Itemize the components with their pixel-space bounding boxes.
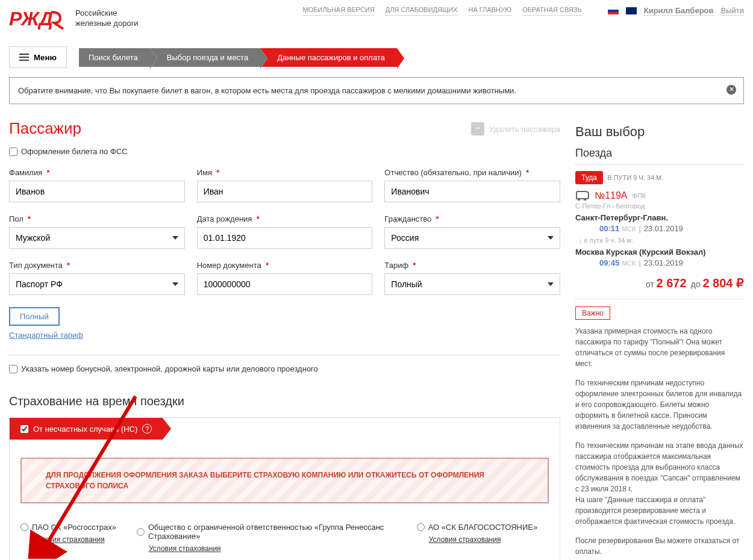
help-icon[interactable]: ?	[142, 424, 152, 434]
menu-label: Меню	[34, 53, 57, 62]
insurance-accident-checkbox[interactable]	[20, 425, 28, 433]
birthdate-input[interactable]	[197, 227, 373, 249]
tariff-standard-link[interactable]: Стандартный тариф	[9, 331, 560, 340]
insurance-blago[interactable]: АО «СК БЛАГОСОСТОЯНИЕ»	[417, 523, 549, 532]
nav-home[interactable]: НА ГЛАВНУЮ	[469, 6, 512, 16]
train-icon	[575, 190, 590, 201]
minus-icon: −	[471, 122, 484, 135]
citizenship-label: Гражданство *	[384, 214, 560, 223]
bonus-card-checkbox[interactable]	[9, 365, 17, 373]
sidebar-trains: Поезда	[575, 147, 744, 165]
station-to: Москва Курская (Курский Вокзал)	[575, 247, 744, 257]
insurance-rosgosstrah[interactable]: ПАО СК «Росгосстрах»	[20, 523, 137, 532]
company-name-1: Российские	[75, 8, 139, 19]
nav-feedback[interactable]: ОБРАТНАЯ СВЯЗЬ	[522, 6, 582, 16]
tariff-select[interactable]: Полный	[384, 273, 560, 295]
name-input[interactable]	[197, 181, 373, 202]
nav-mobile[interactable]: МОБИЛЬНАЯ ВЕРСИЯ	[303, 6, 375, 16]
departure-time: 00:11 МСК|23.01.2019	[575, 224, 744, 233]
info-2: По техническим причинам недоступно оформ…	[575, 378, 744, 432]
terms-link-3[interactable]: Условия страхования	[429, 535, 549, 544]
docnumber-label: Номер документа *	[197, 261, 373, 270]
tariff-label: Тариф *	[384, 261, 560, 270]
breadcrumb-step-2[interactable]: Выбор поезда и места	[150, 48, 260, 67]
direction-badge: Туда	[575, 171, 603, 184]
docnumber-input[interactable]	[197, 273, 373, 295]
fss-checkbox[interactable]	[9, 148, 17, 156]
user-name-link[interactable]: Кирилл Балберов	[644, 6, 714, 16]
surname-input[interactable]	[9, 181, 185, 202]
breadcrumb-step-3: Данные пассажиров и оплата	[260, 48, 397, 67]
train-number: №119А	[595, 190, 628, 201]
breadcrumb-step-1[interactable]: Поиск билета	[79, 48, 150, 67]
logo[interactable]: РЖД Российские железные дороги	[9, 6, 139, 31]
important-badge: Важно	[575, 306, 610, 320]
gender-select[interactable]: Мужской	[9, 227, 185, 249]
insurance-renaissance[interactable]: Общество с ограниченной ответственностью…	[137, 523, 417, 541]
insurance-warning: ДЛЯ ПРОДОЛЖЕНИЯ ОФОРМЛЕНИЯ ЗАКАЗА ВЫБЕРИ…	[20, 458, 549, 503]
travel-time: В ПУТИ 9 Ч. 34 М.	[607, 174, 663, 181]
notice-text: Обратите внимание, что Вы покупаете биле…	[18, 86, 516, 95]
price-range: от 2 672 до 2 804 ₽	[575, 267, 744, 299]
flag-ru-icon[interactable]	[608, 7, 619, 14]
close-icon[interactable]: ✕	[726, 85, 736, 95]
logout-link[interactable]: Выйти	[721, 6, 745, 16]
fss-label: Оформление билета по ФСС	[21, 147, 128, 156]
station-from: Санкт-Петербург-Главн.	[575, 213, 744, 222]
menu-button[interactable]: Меню	[9, 46, 67, 68]
surname-label: Фамилия *	[9, 168, 185, 177]
insurance-accident-tab[interactable]: От несчастных случаев (НС) ?	[10, 418, 163, 440]
enroute-time: ↓ в пути 9 ч. 34 м.	[575, 237, 744, 244]
company-name-2: железные дороги	[75, 19, 139, 29]
train-company: ФПК	[633, 192, 646, 199]
doctype-select[interactable]: Паспорт РФ	[9, 273, 185, 295]
svg-text:РЖД: РЖД	[9, 8, 53, 30]
arrival-time: 09:45 МСК|23.01.2019	[575, 258, 744, 267]
flag-en-icon[interactable]	[626, 7, 637, 14]
sidebar-title: Ваш выбор	[575, 119, 744, 140]
terms-link-1[interactable]: Условия страхования	[33, 535, 137, 544]
notice-banner: Обратите внимание, что Вы покупаете биле…	[9, 77, 744, 104]
insurance-title: Страхование на время поездки	[9, 394, 560, 408]
route-short: С-Петер-Гл - Белгород	[575, 202, 744, 210]
bonus-card-label: Указать номер бонусной, электронной, дор…	[21, 364, 318, 373]
breadcrumb: Поиск билета Выбор поезда и места Данные…	[79, 48, 397, 67]
nav-accessibility[interactable]: ДЛЯ СЛАБОВИДЯЩИХ	[386, 6, 458, 16]
doctype-label: Тип документа *	[9, 261, 185, 270]
patronymic-label: Отчество (обязательно, при наличии) *	[384, 168, 560, 177]
birthdate-label: Дата рождения *	[197, 214, 373, 223]
terms-link-2[interactable]: Условия страхования	[149, 544, 417, 553]
info-1: Указана примерная стоимость на одного па…	[575, 326, 744, 369]
name-label: Имя *	[197, 168, 373, 177]
gender-label: Пол *	[9, 214, 185, 223]
citizenship-select[interactable]: Россия	[384, 227, 560, 249]
tariff-full-badge[interactable]: Полный	[9, 307, 60, 326]
info-3: По техническим причинам на этапе ввода д…	[575, 440, 744, 527]
hamburger-icon	[19, 52, 29, 63]
patronymic-input[interactable]	[384, 181, 560, 202]
delete-passenger-button: − Удалить пассажира	[471, 122, 560, 135]
info-4: После резервирования Вы можете отказатьс…	[575, 535, 744, 557]
